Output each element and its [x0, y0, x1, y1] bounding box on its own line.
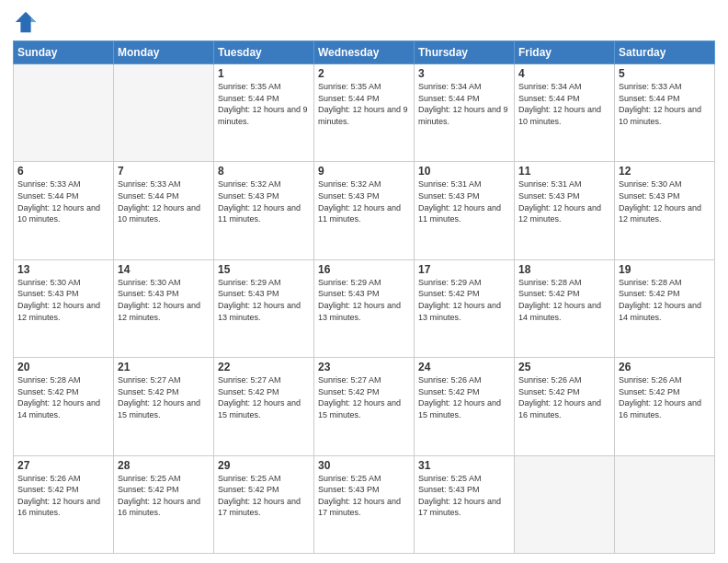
day-cell: 25Sunrise: 5:26 AMSunset: 5:42 PMDayligh…: [515, 358, 615, 455]
day-cell: 10Sunrise: 5:31 AMSunset: 5:43 PMDayligh…: [415, 162, 515, 259]
day-number: 18: [518, 263, 610, 276]
day-cell: 8Sunrise: 5:32 AMSunset: 5:43 PMDaylight…: [214, 162, 314, 259]
day-number: 31: [418, 459, 510, 472]
header: [13, 9, 715, 35]
day-cell: 21Sunrise: 5:27 AMSunset: 5:42 PMDayligh…: [114, 358, 214, 455]
day-number: 8: [218, 165, 310, 178]
day-cell: 29Sunrise: 5:25 AMSunset: 5:42 PMDayligh…: [214, 455, 314, 553]
day-info: Sunrise: 5:31 AMSunset: 5:43 PMDaylight:…: [418, 178, 510, 224]
day-number: 9: [318, 165, 410, 178]
day-info: Sunrise: 5:27 AMSunset: 5:42 PMDaylight:…: [218, 374, 310, 420]
day-cell: 9Sunrise: 5:32 AMSunset: 5:43 PMDaylight…: [314, 162, 415, 259]
day-number: 19: [619, 263, 711, 276]
day-number: 14: [118, 263, 210, 276]
day-number: 24: [418, 361, 510, 373]
day-cell: 20Sunrise: 5:28 AMSunset: 5:42 PMDayligh…: [14, 358, 114, 455]
day-number: 7: [118, 165, 210, 178]
day-cell: 31Sunrise: 5:25 AMSunset: 5:43 PMDayligh…: [415, 455, 515, 553]
page: SundayMondayTuesdayWednesdayThursdayFrid…: [0, 0, 728, 563]
day-cell: [114, 64, 214, 162]
day-info: Sunrise: 5:33 AMSunset: 5:44 PMDaylight:…: [619, 81, 711, 127]
logo: [13, 9, 41, 35]
day-header-saturday: Saturday: [615, 41, 715, 64]
day-header-sunday: Sunday: [14, 41, 114, 64]
day-cell: 27Sunrise: 5:26 AMSunset: 5:42 PMDayligh…: [14, 455, 114, 553]
day-info: Sunrise: 5:27 AMSunset: 5:42 PMDaylight:…: [318, 374, 410, 420]
day-header-friday: Friday: [515, 41, 615, 64]
day-cell: 18Sunrise: 5:28 AMSunset: 5:42 PMDayligh…: [515, 259, 615, 357]
week-row-3: 20Sunrise: 5:28 AMSunset: 5:42 PMDayligh…: [14, 358, 715, 455]
day-info: Sunrise: 5:26 AMSunset: 5:42 PMDaylight:…: [17, 473, 109, 519]
day-cell: 19Sunrise: 5:28 AMSunset: 5:42 PMDayligh…: [615, 259, 715, 357]
week-row-0: 1Sunrise: 5:35 AMSunset: 5:44 PMDaylight…: [14, 64, 715, 162]
day-cell: [14, 64, 114, 162]
day-info: Sunrise: 5:25 AMSunset: 5:43 PMDaylight:…: [318, 473, 410, 519]
day-info: Sunrise: 5:35 AMSunset: 5:44 PMDaylight:…: [318, 81, 410, 127]
day-number: 3: [418, 67, 510, 80]
day-cell: 11Sunrise: 5:31 AMSunset: 5:43 PMDayligh…: [515, 162, 615, 259]
day-info: Sunrise: 5:30 AMSunset: 5:43 PMDaylight:…: [17, 277, 109, 323]
day-info: Sunrise: 5:30 AMSunset: 5:43 PMDaylight:…: [619, 178, 711, 224]
day-info: Sunrise: 5:30 AMSunset: 5:43 PMDaylight:…: [118, 277, 210, 323]
day-cell: 7Sunrise: 5:33 AMSunset: 5:44 PMDaylight…: [114, 162, 214, 259]
day-number: 20: [17, 361, 109, 373]
day-info: Sunrise: 5:34 AMSunset: 5:44 PMDaylight:…: [418, 81, 510, 127]
day-number: 23: [318, 361, 410, 373]
day-cell: 14Sunrise: 5:30 AMSunset: 5:43 PMDayligh…: [114, 259, 214, 357]
header-row: SundayMondayTuesdayWednesdayThursdayFrid…: [14, 41, 715, 64]
day-cell: 13Sunrise: 5:30 AMSunset: 5:43 PMDayligh…: [14, 259, 114, 357]
day-number: 27: [17, 459, 109, 472]
day-info: Sunrise: 5:25 AMSunset: 5:43 PMDaylight:…: [418, 473, 510, 519]
day-number: 28: [118, 459, 210, 472]
day-number: 11: [518, 165, 610, 178]
day-number: 30: [318, 459, 410, 472]
week-row-1: 6Sunrise: 5:33 AMSunset: 5:44 PMDaylight…: [14, 162, 715, 259]
day-cell: 4Sunrise: 5:34 AMSunset: 5:44 PMDaylight…: [515, 64, 615, 162]
day-cell: 15Sunrise: 5:29 AMSunset: 5:43 PMDayligh…: [214, 259, 314, 357]
day-info: Sunrise: 5:34 AMSunset: 5:44 PMDaylight:…: [518, 81, 610, 127]
day-info: Sunrise: 5:29 AMSunset: 5:42 PMDaylight:…: [418, 277, 510, 323]
day-number: 5: [619, 67, 711, 80]
day-number: 22: [218, 361, 310, 373]
day-number: 16: [318, 263, 410, 276]
day-cell: 30Sunrise: 5:25 AMSunset: 5:43 PMDayligh…: [314, 455, 415, 553]
day-number: 17: [418, 263, 510, 276]
day-header-tuesday: Tuesday: [214, 41, 314, 64]
day-number: 12: [619, 165, 711, 178]
day-info: Sunrise: 5:25 AMSunset: 5:42 PMDaylight:…: [118, 473, 210, 519]
day-header-thursday: Thursday: [415, 41, 515, 64]
day-cell: 17Sunrise: 5:29 AMSunset: 5:42 PMDayligh…: [415, 259, 515, 357]
day-number: 29: [218, 459, 310, 472]
day-number: 13: [17, 263, 109, 276]
day-number: 6: [17, 165, 109, 178]
svg-marker-1: [31, 17, 37, 22]
day-number: 10: [418, 165, 510, 178]
day-cell: [515, 455, 615, 553]
day-info: Sunrise: 5:33 AMSunset: 5:44 PMDaylight:…: [17, 178, 109, 224]
day-cell: 12Sunrise: 5:30 AMSunset: 5:43 PMDayligh…: [615, 162, 715, 259]
week-row-2: 13Sunrise: 5:30 AMSunset: 5:43 PMDayligh…: [14, 259, 715, 357]
day-cell: 28Sunrise: 5:25 AMSunset: 5:42 PMDayligh…: [114, 455, 214, 553]
day-info: Sunrise: 5:32 AMSunset: 5:43 PMDaylight:…: [318, 178, 410, 224]
day-number: 26: [619, 361, 711, 373]
day-number: 21: [118, 361, 210, 373]
day-info: Sunrise: 5:25 AMSunset: 5:42 PMDaylight:…: [218, 473, 310, 519]
day-info: Sunrise: 5:26 AMSunset: 5:42 PMDaylight:…: [619, 374, 711, 420]
day-number: 15: [218, 263, 310, 276]
logo-icon: [13, 9, 39, 35]
calendar: SundayMondayTuesdayWednesdayThursdayFrid…: [13, 40, 715, 554]
day-cell: 2Sunrise: 5:35 AMSunset: 5:44 PMDaylight…: [314, 64, 415, 162]
day-cell: 22Sunrise: 5:27 AMSunset: 5:42 PMDayligh…: [214, 358, 314, 455]
day-cell: 24Sunrise: 5:26 AMSunset: 5:42 PMDayligh…: [415, 358, 515, 455]
day-cell: 26Sunrise: 5:26 AMSunset: 5:42 PMDayligh…: [615, 358, 715, 455]
day-header-monday: Monday: [114, 41, 214, 64]
day-number: 1: [218, 67, 310, 80]
day-info: Sunrise: 5:28 AMSunset: 5:42 PMDaylight:…: [518, 277, 610, 323]
day-cell: 23Sunrise: 5:27 AMSunset: 5:42 PMDayligh…: [314, 358, 415, 455]
day-number: 25: [518, 361, 610, 373]
day-info: Sunrise: 5:27 AMSunset: 5:42 PMDaylight:…: [118, 374, 210, 420]
day-cell: 3Sunrise: 5:34 AMSunset: 5:44 PMDaylight…: [415, 64, 515, 162]
day-info: Sunrise: 5:26 AMSunset: 5:42 PMDaylight:…: [418, 374, 510, 420]
day-cell: [615, 455, 715, 553]
day-cell: 16Sunrise: 5:29 AMSunset: 5:43 PMDayligh…: [314, 259, 415, 357]
